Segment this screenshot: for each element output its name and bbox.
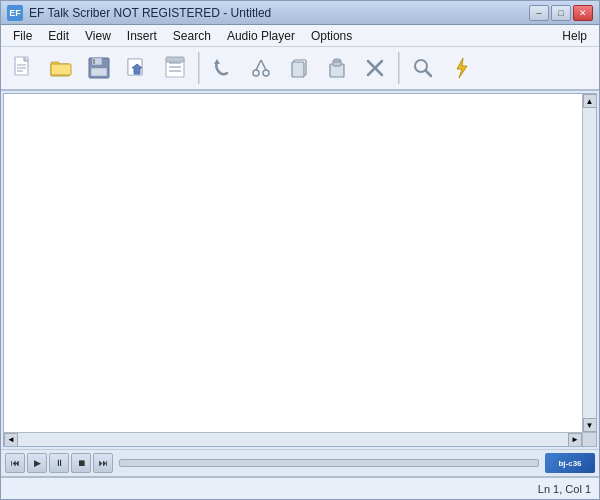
audio-progress-bar[interactable] <box>119 459 539 467</box>
undo-icon <box>209 54 237 82</box>
menu-item-audio-player[interactable]: Audio Player <box>219 26 303 46</box>
audio-go-end-button[interactable]: ⏭ <box>93 453 113 473</box>
title-controls: – □ ✕ <box>529 5 593 21</box>
svg-point-22 <box>253 70 259 76</box>
svg-rect-27 <box>292 62 304 77</box>
open-button[interactable] <box>43 50 79 86</box>
menu-item-file[interactable]: File <box>5 26 40 46</box>
menu-item-search[interactable]: Search <box>165 26 219 46</box>
horizontal-scrollbar[interactable]: ◄ ► <box>4 432 582 446</box>
properties-icon <box>161 54 189 82</box>
paste-icon <box>323 54 351 82</box>
open2-icon <box>123 54 151 82</box>
scroll-down-button[interactable]: ▼ <box>583 418 597 432</box>
cursor-position: Ln 1, Col 1 <box>538 483 591 495</box>
svg-line-34 <box>426 71 432 77</box>
app-icon: EF <box>7 5 23 21</box>
new-file-icon <box>9 54 37 82</box>
audio-pause-button[interactable]: ⏸ <box>49 453 69 473</box>
copy-icon <box>285 54 313 82</box>
open-folder-icon <box>47 54 75 82</box>
svg-rect-20 <box>166 57 184 62</box>
save-icon <box>85 54 113 82</box>
svg-marker-21 <box>214 59 220 64</box>
cut-icon <box>247 54 275 82</box>
delete-icon <box>361 54 389 82</box>
svg-rect-9 <box>51 64 71 75</box>
scroll-left-button[interactable]: ◄ <box>4 433 18 447</box>
search-toolbar-icon <box>409 54 437 82</box>
toolbar-separator-1 <box>198 52 200 84</box>
menu-item-insert[interactable]: Insert <box>119 26 165 46</box>
new-file-button[interactable] <box>5 50 41 86</box>
close-button[interactable]: ✕ <box>573 5 593 21</box>
audio-stop-button[interactable]: ⏹ <box>71 453 91 473</box>
scroll-right-button[interactable]: ► <box>568 433 582 447</box>
editor-textarea[interactable] <box>4 94 582 432</box>
scroll-corner <box>582 432 596 446</box>
maximize-button[interactable]: □ <box>551 5 571 21</box>
toolbar-separator-2 <box>398 52 400 84</box>
undo-button[interactable] <box>205 50 241 86</box>
toolbar <box>1 47 599 91</box>
save-button[interactable] <box>81 50 117 86</box>
menu-item-help[interactable]: Help <box>554 26 595 46</box>
svg-line-25 <box>261 60 266 70</box>
paste-button[interactable] <box>319 50 355 86</box>
menu-bar: File Edit View Insert Search Audio Playe… <box>1 25 599 47</box>
cut-button[interactable] <box>243 50 279 86</box>
title-bar-left: EF EF Talk Scriber NOT REGISTERED - Unti… <box>7 5 271 21</box>
scroll-track-v[interactable] <box>583 108 596 418</box>
open2-button[interactable] <box>119 50 155 86</box>
status-bar: Ln 1, Col 1 <box>1 477 599 499</box>
menu-item-view[interactable]: View <box>77 26 119 46</box>
lightning-button[interactable] <box>443 50 479 86</box>
menu-item-edit[interactable]: Edit <box>40 26 77 46</box>
content-area: ▲ ▼ ◄ ► <box>1 91 599 449</box>
svg-rect-30 <box>334 59 340 62</box>
audio-go-start-button[interactable]: ⏮ <box>5 453 25 473</box>
editor-container: ▲ ▼ ◄ ► <box>3 93 597 447</box>
title-bar: EF EF Talk Scriber NOT REGISTERED - Unti… <box>1 1 599 25</box>
audio-player-bar: ⏮ ▶ ⏸ ⏹ ⏭ bj-c36 <box>1 449 599 477</box>
delete-button[interactable] <box>357 50 393 86</box>
vertical-scrollbar[interactable]: ▲ ▼ <box>582 94 596 432</box>
svg-rect-12 <box>93 59 95 64</box>
svg-rect-13 <box>91 68 107 76</box>
svg-point-23 <box>263 70 269 76</box>
minimize-button[interactable]: – <box>529 5 549 21</box>
properties-button[interactable] <box>157 50 193 86</box>
main-window: EF EF Talk Scriber NOT REGISTERED - Unti… <box>0 0 600 500</box>
svg-line-24 <box>256 60 261 70</box>
menu-item-options[interactable]: Options <box>303 26 360 46</box>
copy-button[interactable] <box>281 50 317 86</box>
search-toolbar-button[interactable] <box>405 50 441 86</box>
audio-play-button[interactable]: ▶ <box>27 453 47 473</box>
svg-marker-35 <box>457 58 467 78</box>
scroll-up-button[interactable]: ▲ <box>583 94 597 108</box>
lightning-icon <box>447 54 475 82</box>
editor-scroll <box>4 94 582 432</box>
watermark-logo: bj-c36 <box>545 453 595 473</box>
window-title: EF Talk Scriber NOT REGISTERED - Untitle… <box>29 6 271 20</box>
